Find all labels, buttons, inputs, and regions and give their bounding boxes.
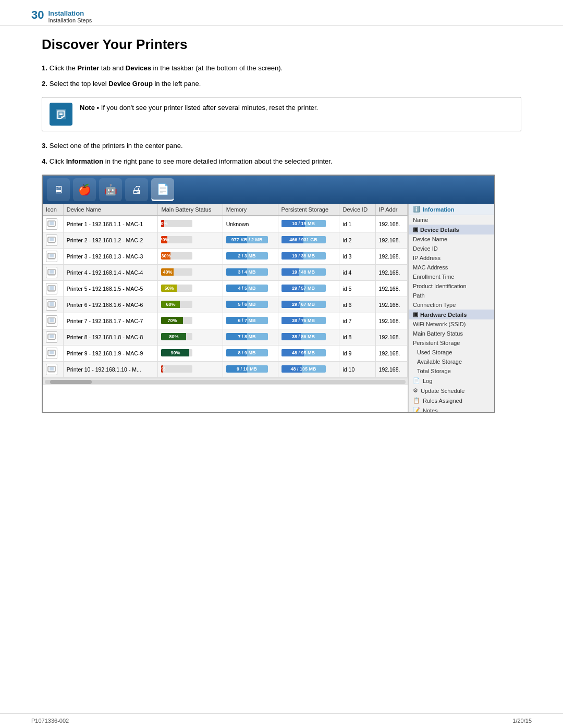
table-row[interactable]: Printer 8 - 192.168.1.8 - MAC-880%7 / 8 … xyxy=(43,329,408,346)
panel-available-storage[interactable]: Available Storage xyxy=(409,357,494,366)
note-label: Note • xyxy=(80,104,99,112)
panel-notes[interactable]: 📝 Notes xyxy=(409,405,494,412)
hardware-details-label: Hardware Details xyxy=(420,312,467,318)
panel-wifi-ssid[interactable]: WiFi Network (SSID) xyxy=(409,319,494,329)
table-row[interactable]: Printer 1 - 192.168.1.1 - MAC-110%Unknow… xyxy=(43,216,408,232)
cell-ip: 192.168. xyxy=(375,362,407,378)
cell-memory: 5 / 6 MB xyxy=(223,297,278,313)
panel-rules-assigned[interactable]: 📋 Rules Assigned xyxy=(409,396,494,405)
battery-bar-container: 20% xyxy=(161,236,192,243)
storage-bar-text: 29 / 67 MB xyxy=(282,301,326,308)
panel-persistent-storage[interactable]: Persistent Storage xyxy=(409,338,494,348)
right-panel-info-label: Information xyxy=(423,206,455,213)
svg-rect-16 xyxy=(50,286,54,290)
storage-bar-text: 19 / 38 MB xyxy=(282,252,326,260)
svg-rect-20 xyxy=(48,307,55,308)
table-row[interactable]: Printer 3 - 192.168.1.3 - MAC-330%2 / 3 … xyxy=(43,249,408,265)
toolbar-icon-apple[interactable]: 🍎 xyxy=(73,178,96,201)
update-schedule-icon: ⚙ xyxy=(413,387,418,394)
storage-bar-text: 466 / 931 GB xyxy=(282,236,326,243)
right-panel-information[interactable]: ℹ️ Information xyxy=(409,204,494,215)
table-scrollbar[interactable] xyxy=(43,378,408,385)
memory-bar-text: 7 / 8 MB xyxy=(226,333,268,340)
toolbar-icon-doc[interactable]: 📄 xyxy=(151,178,174,201)
panel-enrollment-time[interactable]: Enrollment Time xyxy=(409,272,494,281)
panel-device-name[interactable]: Device Name xyxy=(409,235,494,244)
cell-icon xyxy=(43,249,63,265)
panel-update-schedule[interactable]: ⚙ Update Schedule xyxy=(409,386,494,396)
panel-log[interactable]: 📄 Log xyxy=(409,376,494,386)
cell-icon xyxy=(43,297,63,313)
toolbar-icon-monitor[interactable]: 🖥 xyxy=(47,178,70,201)
svg-rect-10 xyxy=(50,254,54,257)
cell-device-id: id 10 xyxy=(339,362,375,378)
battery-bar-container: 50% xyxy=(161,285,192,292)
memory-bar-text: 6 / 7 MB xyxy=(226,317,268,324)
right-panel-name[interactable]: Name xyxy=(409,215,494,225)
panel-main-battery[interactable]: Main Battery Status xyxy=(409,329,494,338)
instruction-1-text: Click the Printer tab and Devices in the… xyxy=(50,63,283,73)
header-title: Installation xyxy=(48,9,92,17)
log-icon: 📄 xyxy=(413,377,420,384)
device-icon xyxy=(46,267,57,278)
battery-bar-fill: 80% xyxy=(161,333,186,340)
svg-rect-32 xyxy=(48,372,55,373)
header-subtitle: Installation Steps xyxy=(48,17,92,23)
table-row[interactable]: Printer 9 - 192.168.1.9 - MAC-990%8 / 9 … xyxy=(43,346,408,362)
cell-storage: 38 / 76 MB xyxy=(278,313,339,329)
note-icon xyxy=(50,103,72,126)
cell-storage: 466 / 931 GB xyxy=(278,232,339,249)
table-row[interactable]: Printer 7 - 192.168.1.7 - MAC-770%6 / 7 … xyxy=(43,313,408,329)
cell-ip: 192.168. xyxy=(375,281,407,297)
panel-mac-address[interactable]: MAC Address xyxy=(409,263,494,272)
cell-battery: 50% xyxy=(158,281,223,297)
battery-bar-container: 30% xyxy=(161,252,192,260)
memory-bar-text: 5 / 6 MB xyxy=(226,301,268,308)
device-icon xyxy=(46,235,57,246)
right-panel: ℹ️ Information Name ▣ Device Details Dev… xyxy=(408,204,494,412)
toolbar-icon-android[interactable]: 🤖 xyxy=(99,178,122,201)
storage-bar-text: 38 / 76 MB xyxy=(282,317,326,324)
cell-battery: 20% xyxy=(158,232,223,249)
cell-device-id: id 9 xyxy=(339,346,375,362)
app-toolbar: 🖥 🍎 🤖 🖨 📄 xyxy=(43,176,494,204)
svg-rect-8 xyxy=(48,242,55,243)
memory-bar-text: 977 KB / 2 MB xyxy=(226,236,268,243)
battery-bar-fill: 0% xyxy=(161,365,163,373)
table-row[interactable]: Printer 6 - 192.168.1.6 - MAC-660%5 / 6 … xyxy=(43,297,408,313)
table-row[interactable]: Printer 5 - 192.168.1.5 - MAC-550%4 / 5 … xyxy=(43,281,408,297)
section-hardware-details: ▣ Hardware Details xyxy=(409,310,494,319)
panel-used-storage[interactable]: Used Storage xyxy=(409,348,494,357)
panel-connection-type[interactable]: Connection Type xyxy=(409,300,494,310)
cell-memory: 3 / 4 MB xyxy=(223,265,278,281)
device-icon xyxy=(46,218,57,230)
toolbar-icon-printer[interactable]: 🖨 xyxy=(125,178,148,201)
cell-storage: 19 / 48 MB xyxy=(278,265,339,281)
cell-storage: 29 / 67 MB xyxy=(278,297,339,313)
device-icon xyxy=(46,348,57,359)
battery-bar-container: 40% xyxy=(161,268,192,276)
panel-device-id[interactable]: Device ID xyxy=(409,244,494,253)
table-row[interactable]: Printer 2 - 192.168.1.2 - MAC-220%977 KB… xyxy=(43,232,408,249)
cell-name: Printer 7 - 192.168.1.7 - MAC-7 xyxy=(63,313,158,329)
instruction-list-2: 3. Select one of the printers in the cen… xyxy=(42,141,521,166)
storage-bar-text: 48 / 105 MB xyxy=(282,365,326,373)
scrollbar-track[interactable] xyxy=(45,380,406,384)
battery-bar-fill: 40% xyxy=(161,268,174,276)
panel-product-id[interactable]: Product Identification xyxy=(409,281,494,291)
table-row[interactable]: Printer 10 - 192.168.1.10 - M...0%9 / 10… xyxy=(43,362,408,378)
panel-path[interactable]: Path xyxy=(409,291,494,300)
cell-ip: 192.168. xyxy=(375,249,407,265)
rules-icon: 📋 xyxy=(413,397,420,404)
panel-ip-address[interactable]: IP Address xyxy=(409,253,494,263)
scrollbar-thumb[interactable] xyxy=(50,380,92,384)
table-row[interactable]: Printer 4 - 192.168.1.4 - MAC-440%3 / 4 … xyxy=(43,265,408,281)
cell-name: Printer 5 - 192.168.1.5 - MAC-5 xyxy=(63,281,158,297)
col-memory: Memory xyxy=(223,204,278,216)
page-title: Discover Your Printers xyxy=(42,36,521,53)
battery-bar-container: 80% xyxy=(161,333,192,340)
col-device-name: Device Name xyxy=(63,204,158,216)
svg-rect-22 xyxy=(50,318,54,322)
cell-ip: 192.168. xyxy=(375,329,407,346)
panel-total-storage[interactable]: Total Storage xyxy=(409,366,494,376)
